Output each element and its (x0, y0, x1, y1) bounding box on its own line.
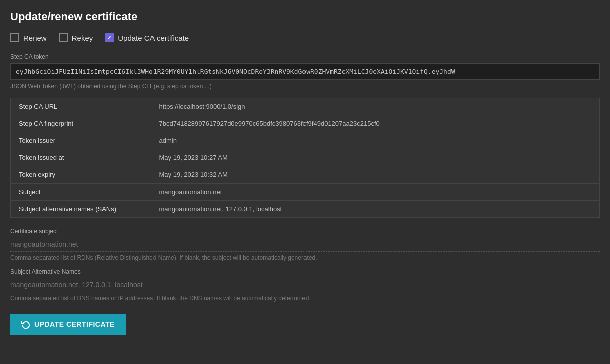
table-cell-value: May 19, 2023 10:32 AM (151, 166, 600, 184)
table-row: Step CA URL https://localhost:9000/1.0/s… (11, 98, 600, 115)
renew-checkbox-box[interactable] (10, 33, 19, 42)
table-cell-label: Subject alternative names (SANs) (11, 201, 151, 218)
update-ca-label: Update CA certificate (118, 34, 189, 42)
san-hint: Comma separated list of DNS names or IP … (10, 295, 600, 302)
table-cell-label: Step CA URL (11, 98, 151, 115)
certificate-subject-hint: Comma separated list of RDNs (Relative D… (10, 254, 600, 261)
table-row: Token issued at May 19, 2023 10:27 AM (11, 149, 600, 166)
table-cell-label: Step CA fingerprint (11, 115, 151, 132)
checkbox-rekey[interactable]: Rekey (59, 33, 93, 42)
update-certificate-button[interactable]: UPDATE CERTIFICATE (10, 314, 126, 335)
table-cell-label: Subject (11, 184, 151, 201)
table-cell-value: May 19, 2023 10:27 AM (151, 149, 600, 166)
update-ca-checkbox-box[interactable] (105, 33, 114, 42)
form-section: Certificate subject Comma separated list… (10, 228, 600, 302)
table-row: Subject mangoautomation.net (11, 184, 600, 201)
table-cell-label: Token issued at (11, 149, 151, 166)
table-cell-value: mangoautomation.net (151, 184, 600, 201)
page-title: Update/renew certificate (10, 10, 600, 23)
table-row: Step CA fingerprint 7bcd741828997617927d… (11, 115, 600, 132)
rekey-label: Rekey (72, 34, 93, 42)
checkbox-row: Renew Rekey Update CA certificate (10, 33, 600, 42)
table-cell-label: Token issuer (11, 132, 151, 149)
certificate-subject-input[interactable] (10, 237, 600, 252)
table-cell-value: mangoautomation.net, 127.0.0.1, localhos… (151, 201, 600, 218)
table-row: Token expiry May 19, 2023 10:32 AM (11, 166, 600, 184)
refresh-icon (21, 320, 30, 329)
certificate-subject-label: Certificate subject (10, 228, 600, 235)
san-label: Subject Alternative Names (10, 268, 600, 275)
rekey-checkbox-box[interactable] (59, 33, 68, 42)
san-input[interactable] (10, 278, 600, 292)
renew-label: Renew (23, 34, 47, 42)
table-cell-value: admin (151, 132, 600, 149)
table-row: Subject alternative names (SANs) mangoau… (11, 201, 600, 218)
token-input[interactable]: eyJhbGciOiJFUzI1NiIsImtpcCI6Ikl3WHo1R29M… (10, 63, 600, 80)
table-cell-label: Token expiry (11, 166, 151, 184)
update-button-label: UPDATE CERTIFICATE (34, 320, 115, 328)
token-hint: JSON Web Token (JWT) obtained using the … (10, 83, 600, 90)
page-container: Update/renew certificate Renew Rekey Upd… (0, 0, 610, 345)
table-cell-value: https://localhost:9000/1.0/sign (151, 98, 600, 115)
checkbox-renew[interactable]: Renew (10, 33, 47, 42)
table-cell-value: 7bcd741828997617927d0e9970c65bdfc3980763… (151, 115, 600, 132)
token-section-label: Step CA token (10, 53, 600, 60)
info-table: Step CA URL https://localhost:9000/1.0/s… (10, 98, 600, 218)
checkbox-update-ca[interactable]: Update CA certificate (105, 33, 189, 42)
table-row: Token issuer admin (11, 132, 600, 149)
